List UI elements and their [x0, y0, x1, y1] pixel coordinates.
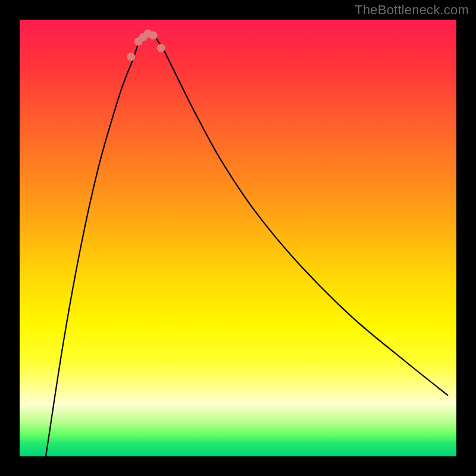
- watermark-text: TheBottleneck.com: [355, 2, 469, 18]
- chart-container: TheBottleneck.com: [0, 0, 476, 476]
- curve-svg: [20, 20, 456, 456]
- marker-group: [127, 29, 165, 61]
- marker-dot: [127, 52, 135, 61]
- chart-plot-area: [20, 20, 456, 456]
- bottleneck-curve: [46, 32, 447, 456]
- marker-dot: [149, 31, 158, 39]
- marker-dot: [157, 44, 165, 52]
